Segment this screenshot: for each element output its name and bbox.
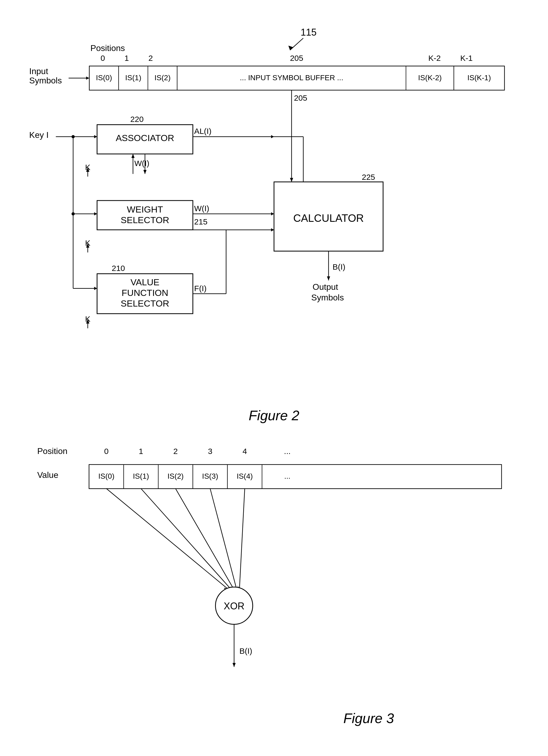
vfs-label3: SELECTOR	[121, 298, 169, 308]
pos3-0: 0	[104, 447, 109, 456]
svg-line-61	[176, 489, 234, 590]
al-i-label: AL(I)	[194, 127, 211, 135]
svg-marker-35	[271, 212, 274, 215]
value-label: Value	[37, 470, 58, 480]
svg-marker-3	[86, 77, 89, 80]
ref-205: 205	[294, 94, 307, 102]
svg-marker-28	[143, 170, 147, 174]
fi-label: F(I)	[194, 284, 207, 293]
cell3-is3: IS(3)	[202, 472, 218, 480]
svg-marker-23	[94, 287, 97, 290]
pos-0: 0	[101, 54, 105, 62]
svg-marker-26	[271, 135, 274, 138]
pos-205: 205	[290, 54, 303, 62]
bi-label-fig3: B(I)	[240, 647, 252, 655]
pos-2: 2	[149, 54, 153, 62]
cell3-is4: IS(4)	[237, 472, 253, 480]
wi-feedback-label: W(I)	[134, 159, 150, 168]
cell3-is1: IS(1)	[133, 472, 149, 480]
ref-220: 220	[130, 115, 144, 124]
figure2-container: 115 Positions 0 1 2 205 K-2 K-1 Input Sy…	[21, 16, 527, 401]
cell3-is2: IS(2)	[168, 472, 184, 480]
ref-215: 215	[194, 217, 207, 226]
pos3-dots: ...	[284, 447, 291, 456]
xor-label: XOR	[224, 601, 245, 611]
pos-1: 1	[125, 54, 129, 62]
position-label: Position	[37, 446, 67, 456]
vfs-label2: FUNCTION	[122, 288, 168, 298]
svg-line-65	[240, 489, 245, 590]
pos3-3: 3	[208, 447, 213, 456]
svg-line-63	[210, 489, 237, 590]
pos3-4: 4	[243, 447, 247, 456]
pos-k2: K-2	[428, 54, 441, 62]
positions-label: Positions	[91, 43, 125, 53]
cell3-is0: IS(0)	[98, 472, 115, 480]
cell-buffer-middle: ... INPUT SYMBOL BUFFER ...	[240, 74, 343, 82]
svg-marker-69	[233, 663, 236, 667]
figure3-container: Position 0 1 2 3 4 ... Value IS(0) IS(1)…	[21, 422, 527, 741]
output-symbols-label: Output	[312, 282, 338, 292]
svg-line-0	[290, 38, 303, 50]
svg-rect-56	[262, 465, 502, 489]
svg-marker-37	[271, 228, 274, 231]
svg-marker-12	[290, 178, 293, 182]
cell-isk2: IS(K-2)	[418, 74, 442, 82]
pos-k1: K-1	[460, 54, 473, 62]
figure3-svg: Position 0 1 2 3 4 ... Value IS(0) IS(1)…	[21, 422, 527, 741]
cell3-more: ...	[284, 472, 290, 480]
calculator-label: CALCULATOR	[293, 212, 364, 224]
cell-is0: IS(0)	[96, 74, 112, 82]
vfs-label: VALUE	[130, 277, 159, 287]
figure2-svg: 115 Positions 0 1 2 205 K-2 K-1 Input Sy…	[21, 16, 527, 401]
cell-is2: IS(2)	[155, 74, 171, 82]
output-symbols-label2: Symbols	[311, 293, 344, 302]
svg-line-57	[107, 489, 229, 590]
wi-output-label: W(I)	[194, 204, 209, 213]
figure2-title: Figure 2	[21, 407, 527, 423]
input-symbols-label2: Symbols	[29, 76, 62, 85]
associator-label: ASSOCIATOR	[116, 133, 174, 143]
pos3-2: 2	[173, 447, 178, 456]
weight-selector-label: WEIGHT	[127, 204, 163, 214]
ref-115: 115	[300, 27, 316, 38]
pos3-1: 1	[139, 447, 143, 456]
ref-225: 225	[362, 173, 375, 181]
cell-is1: IS(1)	[125, 74, 141, 82]
svg-marker-20	[94, 212, 97, 215]
svg-marker-47	[327, 277, 330, 281]
weight-selector-label2: SELECTOR	[121, 215, 169, 225]
svg-line-59	[141, 489, 232, 590]
cell-isk1: IS(K-1)	[467, 74, 491, 82]
key-i-label: Key I	[29, 130, 49, 140]
bi-label: B(I)	[332, 262, 345, 271]
svg-marker-16	[94, 135, 97, 138]
ref-210: 210	[112, 264, 125, 273]
input-symbols-label: Input	[29, 66, 48, 76]
svg-marker-30	[132, 154, 135, 158]
page: 115 Positions 0 1 2 205 K-2 K-1 Input Sy…	[0, 0, 548, 756]
